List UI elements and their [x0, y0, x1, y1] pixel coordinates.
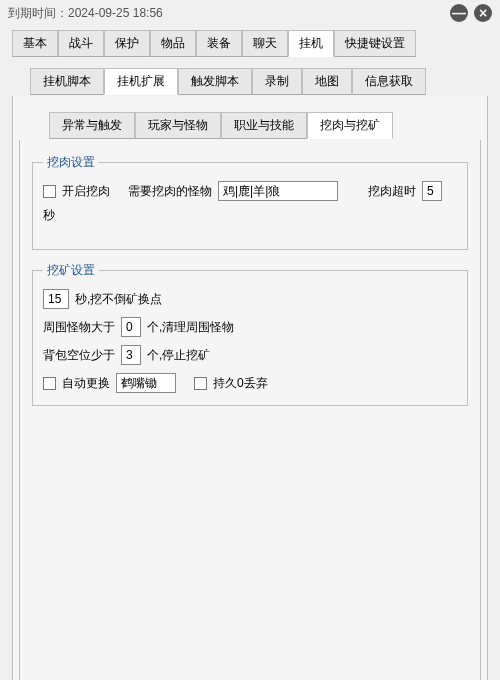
- mine-bag-row: 背包空位少于 个,停止挖矿: [43, 345, 457, 365]
- around-value-input[interactable]: [121, 317, 141, 337]
- mine-switch-text: 秒,挖不倒矿换点: [75, 291, 162, 308]
- need-monster-label: 需要挖肉的怪物: [128, 183, 212, 200]
- mine-around-row: 周围怪物大于 个,清理周围怪物: [43, 317, 457, 337]
- tab-items[interactable]: 物品: [150, 30, 196, 57]
- tab-combat[interactable]: 战斗: [58, 30, 104, 57]
- mine-fieldset: 挖矿设置 秒,挖不倒矿换点 周围怪物大于 个,清理周围怪物 背包空位少于 个,停…: [32, 262, 468, 406]
- meat-timeout-unit: 秒: [43, 207, 55, 224]
- meat-timeout-label: 挖肉超时: [368, 183, 416, 200]
- tab-record[interactable]: 录制: [252, 68, 302, 95]
- sub-tabs: 挂机脚本 挂机扩展 触发脚本 录制 地图 信息获取: [12, 66, 488, 96]
- auto-swap-label: 自动更换: [62, 375, 110, 392]
- tab-map[interactable]: 地图: [302, 68, 352, 95]
- tab-player-monster[interactable]: 玩家与怪物: [135, 112, 221, 139]
- titlebar: 到期时间：2024-09-25 18:56 — ×: [0, 0, 500, 26]
- auto-swap-checkbox[interactable]: [43, 377, 56, 390]
- tab-info[interactable]: 信息获取: [352, 68, 426, 95]
- enable-meat-checkbox[interactable]: [43, 185, 56, 198]
- meat-mine-panel: 挖肉设置 开启挖肉 需要挖肉的怪物 挖肉超时 秒 挖矿设置: [19, 140, 481, 680]
- subpanel: 异常与触发 玩家与怪物 职业与技能 挖肉与挖矿 挖肉设置 开启挖肉 需要挖肉的怪…: [12, 96, 488, 680]
- tab-protect[interactable]: 保护: [104, 30, 150, 57]
- enable-meat-label: 开启挖肉: [62, 183, 110, 200]
- tab-meat-mine[interactable]: 挖肉与挖矿: [307, 112, 393, 139]
- discard-zero-checkbox[interactable]: [194, 377, 207, 390]
- close-button[interactable]: ×: [474, 4, 492, 22]
- meat-fieldset: 挖肉设置 开启挖肉 需要挖肉的怪物 挖肉超时 秒: [32, 154, 468, 250]
- bag-value-input[interactable]: [121, 345, 141, 365]
- tab-chat[interactable]: 聊天: [242, 30, 288, 57]
- expire-label: 到期时间：: [8, 6, 68, 20]
- mine-switch-row: 秒,挖不倒矿换点: [43, 289, 457, 309]
- meat-legend: 挖肉设置: [43, 154, 99, 171]
- tool-name-input[interactable]: [116, 373, 176, 393]
- tab-afk-script[interactable]: 挂机脚本: [30, 68, 104, 95]
- tab-afk-ext[interactable]: 挂机扩展: [104, 68, 178, 95]
- discard-zero-label: 持久0丢弃: [213, 375, 268, 392]
- tab-job-skill[interactable]: 职业与技能: [221, 112, 307, 139]
- bag-suffix: 个,停止挖矿: [147, 347, 210, 364]
- mine-tool-row: 自动更换 持久0丢弃: [43, 373, 457, 393]
- mine-legend: 挖矿设置: [43, 262, 99, 279]
- tab-basic[interactable]: 基本: [12, 30, 58, 57]
- tab-trigger-script[interactable]: 触发脚本: [178, 68, 252, 95]
- bag-prefix: 背包空位少于: [43, 347, 115, 364]
- tab-hotkeys[interactable]: 快捷键设置: [334, 30, 416, 57]
- meat-row: 开启挖肉 需要挖肉的怪物 挖肉超时 秒: [43, 181, 457, 224]
- minimize-button[interactable]: —: [450, 4, 468, 22]
- around-prefix: 周围怪物大于: [43, 319, 115, 336]
- tab-equip[interactable]: 装备: [196, 30, 242, 57]
- meat-monsters-input[interactable]: [218, 181, 338, 201]
- expire-value: 2024-09-25 18:56: [68, 6, 163, 20]
- main-tabs: 基本 战斗 保护 物品 装备 聊天 挂机 快捷键设置: [0, 28, 500, 58]
- inner-tabs: 异常与触发 玩家与怪物 职业与技能 挖肉与挖矿: [19, 110, 481, 140]
- expire-time: 到期时间：2024-09-25 18:56: [8, 5, 444, 22]
- main-content: 挂机脚本 挂机扩展 触发脚本 录制 地图 信息获取 异常与触发 玩家与怪物 职业…: [12, 58, 488, 680]
- tab-afk[interactable]: 挂机: [288, 30, 334, 57]
- meat-timeout-input[interactable]: [422, 181, 442, 201]
- mine-switch-timeout-input[interactable]: [43, 289, 69, 309]
- app-window: 到期时间：2024-09-25 18:56 — × 基本 战斗 保护 物品 装备…: [0, 0, 500, 680]
- around-suffix: 个,清理周围怪物: [147, 319, 234, 336]
- tab-exception[interactable]: 异常与触发: [49, 112, 135, 139]
